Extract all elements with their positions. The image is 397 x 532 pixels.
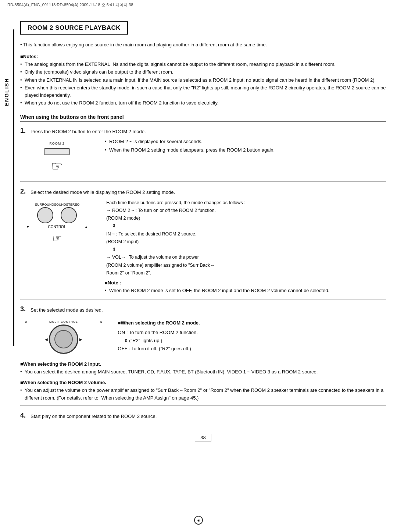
step1-text: Press the ROOM 2 button to enter the ROO… xyxy=(31,127,146,135)
note-item: Even when this receiver enters the stand… xyxy=(20,84,386,99)
control-label: CONTROL xyxy=(48,225,66,229)
step1-note: When the ROOM 2 setting mode disappears,… xyxy=(105,146,386,154)
step3-row: 3. Set the selected mode as desired. xyxy=(20,305,386,314)
language-sidebar: ENGLISH xyxy=(0,37,13,147)
step3-volume-title: ■When selecting the ROOM 2 volume. xyxy=(20,380,386,385)
room2-button-diagram: ROOM 2 ☞ xyxy=(44,142,70,174)
flow-line-3: ⇕ xyxy=(112,222,386,230)
note-item: The analog signals from the EXTERNAL INs… xyxy=(20,61,386,68)
note-item: When the EXTERNAL IN is selected as a ma… xyxy=(20,77,386,84)
step1-diagram-notes: ROOM 2 ~ is displayed for several second… xyxy=(105,138,386,155)
sub-heading: When using the buttons on the front pane… xyxy=(20,114,386,122)
note-item: Only the (composite) video signals can b… xyxy=(20,68,386,76)
flow-line-2: (ROOM 2 mode) xyxy=(106,214,386,222)
step4-row: 4. Start play on the component related t… xyxy=(20,412,386,420)
room2-mode-line0: ON : To turn on the ROOM 2 function. xyxy=(118,329,386,337)
flow-line-1: → ROOM 2 ~ : To turn on or off the ROOM … xyxy=(106,207,386,214)
step2-diagram-notes: Each time these buttons are pressed, the… xyxy=(105,199,386,295)
step3-volume-text: You can adjust the volume on the power a… xyxy=(20,387,386,402)
step3-text: Set the selected mode as desired. xyxy=(31,305,103,314)
hand-pointer2-icon: ☞ xyxy=(52,232,62,245)
step3-input-title: ■When selecting the ROOM 2 input. xyxy=(20,361,386,367)
rotary-inner xyxy=(54,330,73,348)
step1-notes-list: ROOM 2 ~ is displayed for several second… xyxy=(105,138,386,154)
step1-row: 1. Press the ROOM 2 button to enter the … xyxy=(20,127,386,135)
room2-label: ROOM 2 xyxy=(49,142,65,145)
step3-input-section: ■When selecting the ROOM 2 input. You ca… xyxy=(20,361,386,376)
step3-room2-mode-lines: ON : To turn on the ROOM 2 function. ⇕ (… xyxy=(118,329,386,353)
step3-input-list: You can select the desired among MAIN so… xyxy=(20,368,386,376)
room2-mode-line1: ⇕ ("R2" lights up.) xyxy=(124,337,386,345)
step1-num: 1. xyxy=(20,127,31,135)
step3-input-text: You can select the desired among MAIN so… xyxy=(20,368,386,376)
multi-control-diagram: ◄ MULTI CONTROL ► xyxy=(24,320,103,354)
notes-title: ■Notes: xyxy=(20,54,386,59)
step1-note: ROOM 2 ~ is displayed for several second… xyxy=(105,138,386,146)
arrow-buttons-row: ▼ CONTROL ▲ xyxy=(26,225,88,229)
stereo-label: STEREO xyxy=(66,203,80,206)
multi-arrow-left: ◄ xyxy=(24,320,27,324)
flow-line-7: → VOL ~ : To adjust the volume on the po… xyxy=(106,253,386,261)
notes-section: ■Notes: The analog signals from the EXTE… xyxy=(20,54,386,107)
down-arrow-label: ▼ xyxy=(26,225,30,229)
sidebar-border xyxy=(13,29,14,346)
step4-text: Start play on the component related to t… xyxy=(31,412,157,420)
flow-line-8: (ROOM 2 volume) amplifier assigned to "S… xyxy=(106,262,386,269)
sound-buttons-diagram: SURROUND SOUND STEREO ▼ CONTROL ▲ ☞ xyxy=(26,203,88,245)
multi-label: MULTI CONTROL xyxy=(49,320,78,324)
step3-volume-list: You can adjust the volume on the power a… xyxy=(20,387,386,402)
main-content: ROOM 2 SOURCE PLAYBACK • This function a… xyxy=(20,10,386,460)
up-arrow-label: ▲ xyxy=(84,225,88,229)
step1-diagram: ROOM 2 ☞ xyxy=(20,138,94,178)
section-title: ROOM 2 SOURCE PLAYBACK xyxy=(28,24,121,32)
room2-button-rect xyxy=(44,148,70,155)
step3-num: 3. xyxy=(20,305,31,313)
rotary-knob[interactable] xyxy=(49,324,78,354)
step2-diagram-row: SURROUND SOUND STEREO ▼ CONTROL ▲ ☞ Each… xyxy=(20,199,386,295)
flow-line-4: IN ~ : To select the desired ROOM 2 sour… xyxy=(106,230,386,238)
flow-line-9: Room 2" or "Room 2". xyxy=(106,269,386,277)
page-footer: 38 xyxy=(20,430,386,445)
page-header: RD-8504(A)_ENG_091118:RD-8504(A) 2009-11… xyxy=(0,0,397,10)
step2-row: 2. Select the desired mode while display… xyxy=(20,188,386,196)
language-label: ENGLISH xyxy=(4,78,10,106)
step2-note-box: ■Note : When the ROOM 2 mode is set to O… xyxy=(105,279,386,295)
step3-divider xyxy=(20,405,386,406)
step2-text: Select the desired mode while displaying… xyxy=(31,188,175,196)
notes-list: The analog signals from the EXTERNAL INs… xyxy=(20,61,386,107)
header-left: RD-8504(A)_ENG_091118:RD-8504(A) 2009-11… xyxy=(7,2,133,8)
room2-mode-line2: OFF : To turn it off. ("R2" goes off.) xyxy=(118,345,386,353)
flow-line-0: Each time these buttons are pressed, the… xyxy=(106,199,386,207)
step2-note-text: When the ROOM 2 mode is set to OFF, the … xyxy=(105,287,386,295)
flow-line-5: (ROOM 2 input) xyxy=(106,238,386,246)
hand-pointer-icon: ☞ xyxy=(51,159,63,174)
surround-label: SURROUND xyxy=(35,203,54,206)
section-title-box: ROOM 2 SOURCE PLAYBACK xyxy=(20,21,128,35)
multi-top-label: ◄ MULTI CONTROL ► xyxy=(24,320,103,324)
step2-note-list: When the ROOM 2 mode is set to OFF, the … xyxy=(105,287,386,295)
surround-button[interactable] xyxy=(37,207,53,223)
sound-top-labels: SURROUND SOUND STEREO xyxy=(35,203,79,206)
stereo-button[interactable] xyxy=(61,207,77,223)
step2-note-title: ■Note : xyxy=(105,279,386,287)
multi-arrow-right: ► xyxy=(100,320,103,324)
step3-room2-mode-title: ■When selecting the ROOM 2 mode. xyxy=(118,319,386,327)
buttons-row xyxy=(37,207,77,223)
step3-diagram-row: ◄ MULTI CONTROL ► ■When selecting the RO… xyxy=(20,316,386,358)
note-item: When you do not use the ROOM 2 function,… xyxy=(20,99,386,107)
step2-diagram: SURROUND SOUND STEREO ▼ CONTROL ▲ ☞ xyxy=(20,199,94,248)
step2-flow: Each time these buttons are pressed, the… xyxy=(106,199,386,277)
flow-line-6: ⇕ xyxy=(112,246,386,253)
step1-divider xyxy=(20,181,386,182)
step2-num: 2. xyxy=(20,188,31,195)
step4-num: 4. xyxy=(20,412,31,419)
bottom-circle-decoration: ◉ xyxy=(194,516,203,525)
step3-room2-mode-section: ■When selecting the ROOM 2 mode. ON : To… xyxy=(118,319,386,353)
step3-volume-section: ■When selecting the ROOM 2 volume. You c… xyxy=(20,380,386,402)
step1-diagram-row: ROOM 2 ☞ ROOM 2 ~ is displayed for sever… xyxy=(20,138,386,178)
sound-label: SOUND xyxy=(54,203,66,206)
step3-diagram: ◄ MULTI CONTROL ► xyxy=(20,316,107,358)
intro-text: • This function allows enjoying one sour… xyxy=(20,41,386,49)
page-number: 38 xyxy=(195,434,211,441)
step4-divider xyxy=(20,424,386,424)
